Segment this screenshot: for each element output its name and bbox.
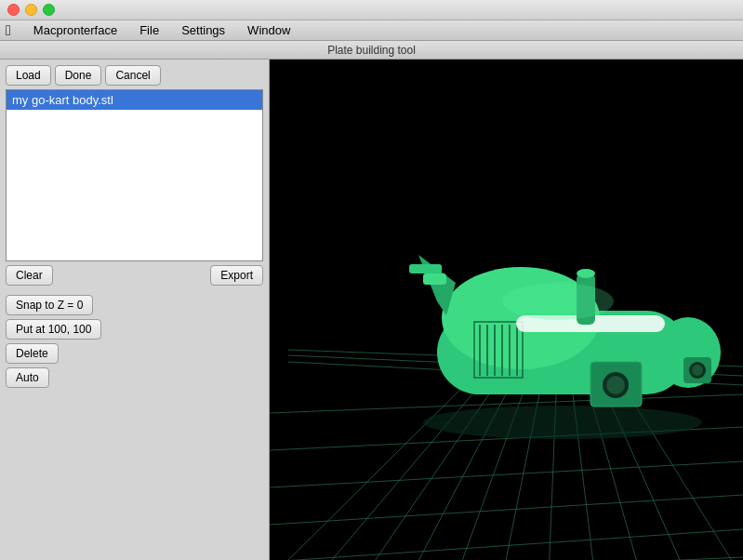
action-buttons: Snap to Z = 0 Put at 100, 100 Delete Aut… — [0, 289, 269, 393]
auto-button[interactable]: Auto — [6, 367, 49, 388]
left-panel: Load Done Cancel my go-kart body.stl Cle… — [0, 60, 270, 560]
svg-rect-29 — [486, 325, 488, 376]
menu-macpronterface[interactable]: Macpronterface — [30, 21, 121, 39]
svg-point-44 — [577, 269, 595, 278]
svg-point-39 — [606, 376, 625, 394]
svg-point-42 — [692, 365, 703, 376]
menu-window[interactable]: Window — [244, 21, 294, 39]
menu-settings[interactable]: Settings — [178, 21, 229, 39]
svg-point-45 — [502, 283, 614, 320]
menu-file[interactable]: File — [136, 21, 163, 39]
viewport-svg — [270, 60, 743, 560]
svg-rect-26 — [423, 273, 446, 285]
minimize-button[interactable] — [25, 4, 37, 16]
traffic-lights — [7, 4, 55, 16]
file-list[interactable]: my go-kart body.stl — [6, 89, 263, 261]
menu-bar:  Macpronterface File Settings Window — [0, 20, 743, 41]
svg-point-21 — [423, 406, 702, 439]
list-actions: Clear Export — [0, 261, 269, 289]
maximize-button[interactable] — [43, 4, 55, 16]
apple-menu[interactable]:  — [6, 22, 11, 39]
svg-rect-31 — [501, 325, 503, 376]
put-at-button[interactable]: Put at 100, 100 — [6, 319, 101, 340]
window-title: Plate building tool — [0, 41, 743, 60]
svg-rect-33 — [516, 325, 518, 376]
clear-button[interactable]: Clear — [6, 265, 53, 286]
list-item[interactable]: my go-kart body.stl — [7, 90, 262, 110]
cancel-button[interactable]: Cancel — [105, 65, 160, 86]
export-button[interactable]: Export — [210, 265, 263, 286]
snap-z-button[interactable]: Snap to Z = 0 — [6, 295, 93, 315]
close-button[interactable] — [7, 4, 20, 16]
toolbar: Load Done Cancel — [0, 60, 269, 89]
window-title-text: Plate building tool — [327, 44, 416, 57]
load-button[interactable]: Load — [6, 65, 51, 86]
svg-rect-32 — [509, 325, 511, 376]
svg-rect-30 — [494, 325, 496, 376]
main-layout: Load Done Cancel my go-kart body.stl Cle… — [0, 60, 743, 560]
title-bar — [0, 0, 743, 20]
svg-rect-27 — [409, 264, 442, 273]
viewport[interactable] — [270, 60, 743, 560]
done-button[interactable]: Done — [55, 65, 102, 86]
svg-rect-28 — [479, 325, 481, 376]
delete-button[interactable]: Delete — [6, 343, 59, 364]
